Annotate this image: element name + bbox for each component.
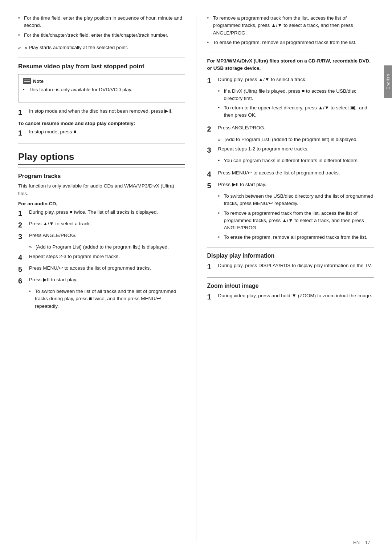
right-top-bullets: To remove a programmed track from the li…: [207, 15, 374, 46]
audio-step-num-3: 3: [18, 232, 27, 241]
zoom-step-1: 1 During video play, press and hold ▼ (Z…: [207, 292, 374, 302]
mp3-step-2: 2 Press ANGLE/PROG.: [207, 124, 374, 134]
intro-bullet-list: For the time field, enter the play posit…: [18, 15, 185, 39]
mp3-step-num-2: 2: [207, 124, 216, 134]
right-column: To remove a programmed track from the li…: [196, 15, 374, 541]
note-label: Note: [33, 78, 44, 84]
audio-step-2-content: Press ▲/▼ to select a track.: [29, 220, 185, 227]
mp3-step-num-5: 5: [207, 181, 216, 190]
intro-bullet-2: For the title/chapter/track field, enter…: [18, 32, 185, 39]
audio-step-3-content: Press ANGLE/PROG.: [29, 232, 185, 239]
audio-step-6-content: Press ▶II to start play.: [29, 276, 185, 283]
audio-step-3-sub: [Add to Program List] (added to the prog…: [18, 243, 185, 251]
audio-step-6-sub: To switch between the list of all tracks…: [18, 288, 185, 310]
note-box: Note This feature is only available for …: [18, 74, 185, 102]
mp3-step-2-sub: [Add to Program List] (added to the prog…: [207, 136, 374, 143]
audio-step-num-2: 2: [18, 220, 27, 230]
display-step-num-1: 1: [207, 262, 216, 271]
audio-step-3: 3 Press ANGLE/PROG.: [18, 232, 185, 241]
step-num-1: 1: [18, 108, 27, 117]
intro-arrow-1: » Play starts automatically at the selec…: [18, 44, 185, 51]
footer-label: EN: [353, 540, 360, 545]
resume-step-1: 1 In stop mode and when the disc has not…: [18, 108, 185, 117]
note-text: This feature is only available for DVD/V…: [23, 86, 180, 93]
note-icon: [23, 78, 31, 84]
mp3-step-5-content: Press ▶II to start play.: [218, 181, 374, 188]
mp3-step-4: 4 Press MENU/↩ to access the list of pro…: [207, 169, 374, 179]
audio-step-3-arrow: [Add to Program List] (added to the prog…: [29, 243, 185, 251]
right-bullet-remove: To remove a programmed track from the li…: [207, 15, 374, 37]
zoom-step-num-1: 1: [207, 292, 216, 302]
page-footer: EN 17: [353, 540, 370, 545]
divider-3: [18, 168, 185, 168]
mp3-step-5c: To erase the program, remove all program…: [218, 234, 374, 241]
mp3-step-3: 3 Repeat steps 1-2 to program more track…: [207, 145, 374, 155]
mp3-step-3a: You can program tracks in different form…: [218, 157, 374, 164]
mp3-step-5: 5 Press ▶II to start play.: [207, 181, 374, 190]
mp3-step-5a: To switch between the USB/disc directory…: [218, 193, 374, 208]
play-options-heading: Play options: [18, 151, 185, 165]
audio-step-num-4: 4: [18, 253, 27, 262]
audio-step-6-bullet: To switch between the list of all tracks…: [29, 288, 185, 310]
note-list: This feature is only available for DVD/V…: [23, 86, 180, 93]
audio-step-num-1: 1: [18, 209, 27, 218]
mp3-step-1-subs: If a DivX (Ultra) file is played, press …: [207, 88, 374, 119]
language-tab: English: [384, 65, 392, 98]
audio-step-num-6: 6: [18, 276, 27, 286]
mp3-step-num-1: 1: [207, 76, 216, 85]
right-divider-3: [207, 277, 374, 278]
audio-step-5: 5 Press MENU/↩ to access the list of pro…: [18, 265, 185, 274]
program-tracks-intro: This function is only available for audi…: [18, 182, 185, 197]
audio-step-6: 6 Press ▶II to start play.: [18, 276, 185, 286]
intro-arrow-list: » Play starts automatically at the selec…: [18, 44, 185, 51]
mp3-step-5b: To remove a programmed track from the li…: [218, 210, 374, 232]
audio-step-num-5: 5: [18, 265, 27, 274]
intro-bullet-1: For the time field, enter the play posit…: [18, 15, 185, 29]
language-label: English: [386, 74, 390, 89]
mp3-heading: For MP3/WMA/DivX (Ultra) files stored on…: [207, 57, 374, 72]
note-header: Note: [23, 78, 180, 84]
mp3-step-2-arrow: [Add to Program List] (added to the prog…: [218, 136, 374, 143]
mp3-step-3-sub: You can program tracks in different form…: [207, 157, 374, 164]
mp3-step-4-content: Press MENU/↩ to access the list of progr…: [218, 169, 374, 177]
display-step-1-content: During play, press DISPLAY/RDS to displa…: [218, 262, 374, 269]
right-divider-2: [207, 247, 374, 247]
audio-step-4: 4 Repeat steps 2-3 to program more track…: [18, 253, 185, 262]
audio-step-1: 1 During play, press ■ twice. The list o…: [18, 209, 185, 218]
display-step-1: 1 During play, press DISPLAY/RDS to disp…: [207, 262, 374, 271]
audio-step-1-content: During play, press ■ twice. The list of …: [29, 209, 185, 216]
zoom-heading: Zoom in/out image: [207, 283, 374, 289]
resume-heading: Resume video play from last stopped poin…: [18, 63, 185, 70]
audio-step-5-content: Press MENU/↩ to access the list of progr…: [29, 265, 185, 272]
cancel-heading: To cancel resume mode and stop play comp…: [18, 121, 185, 126]
mp3-step-5-subs: To switch between the USB/disc directory…: [207, 193, 374, 241]
audio-step-2: 2 Press ▲/▼ to select a track.: [18, 220, 185, 230]
cancel-step-content: In stop mode, press ■.: [29, 128, 185, 136]
step-1-content: In stop mode and when the disc has not b…: [29, 108, 185, 115]
mp3-step-1b: To return to the upper-level directory, …: [218, 104, 374, 119]
zoom-step-1-content: During video play, press and hold ▼ (ZOO…: [218, 292, 374, 299]
mp3-step-2-content: Press ANGLE/PROG.: [218, 124, 374, 132]
mp3-step-num-3: 3: [207, 145, 216, 155]
divider-2: [18, 144, 185, 144]
mp3-step-1-content: During play, press ▲/▼ to select a track…: [218, 76, 374, 83]
mp3-step-num-4: 4: [207, 169, 216, 179]
program-tracks-heading: Program tracks: [18, 173, 185, 180]
mp3-step-1: 1 During play, press ▲/▼ to select a tra…: [207, 76, 374, 85]
right-divider-1: [207, 52, 374, 52]
cancel-step-1: 1 In stop mode, press ■.: [18, 128, 185, 138]
cancel-step-num-1: 1: [18, 128, 27, 138]
display-heading: Display play information: [207, 253, 374, 259]
for-audio-cd-label: For an audio CD,: [18, 201, 185, 206]
right-bullet-erase: To erase the program, remove all program…: [207, 39, 374, 46]
left-column: For the time field, enter the play posit…: [18, 15, 196, 541]
mp3-step-1a: If a DivX (Ultra) file is played, press …: [218, 88, 374, 102]
mp3-step-3-content: Repeat steps 1-2 to program more tracks.: [218, 145, 374, 153]
divider-1: [18, 57, 185, 57]
page-number: 17: [365, 540, 370, 545]
audio-step-4-content: Repeat steps 2-3 to program more tracks.: [29, 253, 185, 260]
